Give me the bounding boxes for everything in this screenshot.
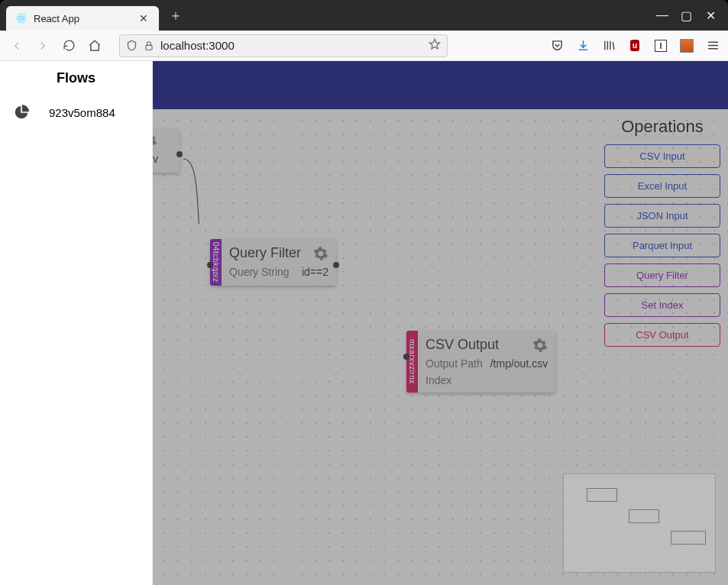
window-close-button[interactable]: ✕ — [705, 8, 716, 23]
back-button[interactable] — [8, 37, 26, 55]
home-button[interactable] — [86, 37, 104, 55]
sidebar-item-flow[interactable]: 923v5om884 — [0, 95, 152, 129]
url-text: localhost:3000 — [160, 39, 235, 52]
svg-rect-4 — [146, 45, 152, 50]
address-bar[interactable]: localhost:3000 — [119, 34, 448, 57]
pie-chart-icon — [14, 105, 29, 120]
ublock-icon[interactable]: u — [627, 38, 642, 53]
pocket-icon[interactable] — [549, 38, 565, 53]
shield-icon — [126, 40, 138, 51]
reload-button[interactable] — [60, 37, 78, 55]
lock-icon — [144, 40, 154, 51]
flow-canvas[interactable]: csv 04tcbkqoiz Query Filter Query Strin — [153, 109, 728, 585]
browser-tab[interactable]: React App ✕ — [6, 6, 159, 31]
svg-point-0 — [21, 18, 23, 20]
forward-button[interactable] — [34, 37, 52, 55]
react-favicon — [15, 12, 28, 24]
instapaper-icon[interactable]: I — [653, 38, 668, 53]
menu-icon[interactable] — [705, 38, 720, 53]
modal-backdrop — [153, 109, 728, 585]
library-icon[interactable] — [601, 38, 616, 53]
window-maximize-button[interactable]: ▢ — [681, 8, 691, 23]
tab-title: React App — [34, 13, 131, 24]
sidebar-title: Flows — [0, 61, 152, 95]
browser-toolbar: localhost:3000 u I — [0, 31, 728, 61]
tab-close-button[interactable]: ✕ — [138, 12, 150, 24]
download-icon[interactable] — [575, 38, 590, 53]
window-titlebar: React App ✕ ＋ — ▢ ✕ — [0, 0, 728, 31]
sidebar-item-label: 923v5om884 — [49, 106, 115, 119]
sidebar: Flows 923v5om884 — [0, 61, 153, 585]
new-tab-button[interactable]: ＋ — [165, 5, 186, 26]
window-minimize-button[interactable]: — — [656, 8, 667, 23]
extension-icon[interactable] — [679, 38, 694, 53]
bookmark-star-icon[interactable] — [429, 38, 441, 53]
